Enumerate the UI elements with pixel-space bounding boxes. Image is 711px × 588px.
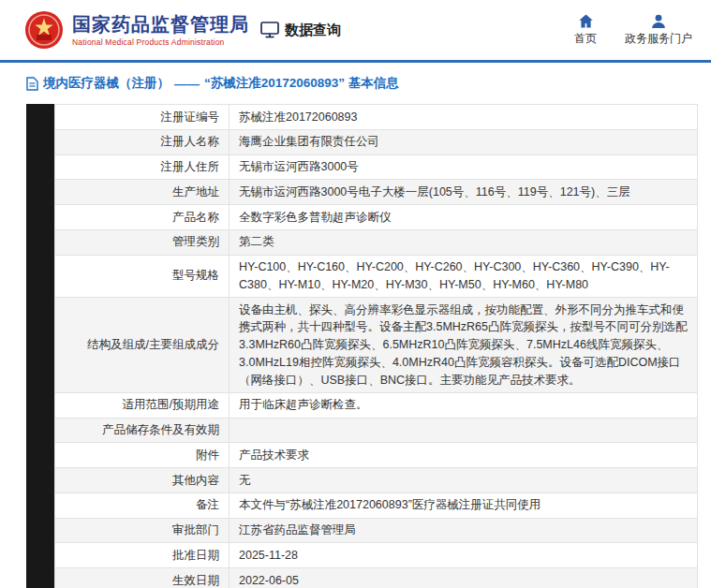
- table-row: 审批部门江苏省药品监督管理局: [55, 518, 698, 543]
- row-label: 型号规格: [55, 255, 230, 298]
- row-label: 批准日期: [55, 543, 230, 568]
- header-nav: 首页 政务服务门户: [574, 14, 700, 47]
- row-value: 全数字彩色多普勒超声诊断仪: [230, 205, 698, 230]
- row-value: HY-C100、HY-C160、HY-C200、HY-C260、HY-C300、…: [230, 255, 698, 298]
- table-row: 批准日期2025-11-28: [55, 543, 698, 568]
- breadcrumb-section[interactable]: 境内医疗器械（注册）: [43, 75, 170, 92]
- header: 国家药品监督管理局 National Medical Products Admi…: [0, 0, 711, 60]
- row-label: 其他内容: [55, 468, 230, 493]
- table-row: 其他内容无: [55, 468, 698, 493]
- row-value: 本文件与“苏械注准20172060893”医疗器械注册证共同使用: [230, 492, 698, 518]
- row-label: 管理类别: [55, 229, 230, 255]
- table-row: 生产地址无锡市运河西路3000号电子大楼一层(105号、116号、119号、12…: [55, 180, 698, 205]
- row-label: 审批部门: [55, 518, 230, 543]
- row-value: 2025-11-28: [230, 543, 698, 568]
- row-label: 注册人名称: [55, 129, 230, 154]
- monitor-icon: [260, 22, 279, 38]
- table-row: 产品名称全数字彩色多普勒超声诊断仪: [55, 205, 698, 230]
- table-row: 管理类别第二类: [55, 229, 698, 255]
- table-row: 型号规格HY-C100、HY-C160、HY-C200、HY-C260、HY-C…: [55, 255, 698, 298]
- breadcrumb-current: “苏械注准20172060893” 基本信息: [204, 75, 399, 92]
- row-label: 生效日期: [55, 568, 230, 588]
- table-row: 注册人名称海鹰企业集团有限责任公司: [55, 129, 698, 154]
- data-query-label: 数据查询: [285, 22, 341, 39]
- user-icon: [651, 14, 666, 28]
- row-value: 无: [230, 468, 698, 493]
- row-label: 注册人住所: [55, 154, 230, 180]
- row-label: 适用范围/预期用途: [55, 392, 230, 418]
- registration-info-table: 注册证编号苏械注准20172060893注册人名称海鹰企业集团有限责任公司注册人…: [54, 104, 698, 588]
- table-row: 结构及组成/主要组成成分设备由主机、探头、高分辨率彩色显示器组成，按功能配置、外…: [55, 298, 698, 393]
- table-row: 备注本文件与“苏械注准20172060893”医疗器械注册证共同使用: [55, 492, 698, 518]
- row-label: 结构及组成/主要组成成分: [55, 298, 230, 393]
- row-label: 注册证编号: [55, 105, 230, 130]
- table-panel: 注册证编号苏械注准20172060893注册人名称海鹰企业集团有限责任公司注册人…: [26, 104, 698, 588]
- info-table-body: 注册证编号苏械注准20172060893注册人名称海鹰企业集团有限责任公司注册人…: [55, 105, 698, 588]
- row-label: 产品名称: [55, 205, 230, 230]
- row-value: 苏械注准20172060893: [230, 105, 698, 130]
- document-icon: [26, 77, 38, 91]
- row-value: 无锡市运河西路3000号: [230, 154, 698, 180]
- row-label: 生产地址: [55, 180, 230, 205]
- nav-portal-label: 政务服务门户: [625, 31, 692, 47]
- row-value: 江苏省药品监督管理局: [230, 518, 698, 543]
- row-label: 附件: [55, 443, 230, 468]
- row-value: [230, 418, 698, 443]
- row-value: 设备由主机、探头、高分辨率彩色显示器组成，按功能配置、外形不同分为推车式和便携式…: [230, 298, 698, 393]
- agency-name-en: National Medical Products Administration: [72, 37, 249, 47]
- breadcrumb-dash: ——: [174, 77, 200, 91]
- row-value: 2022-06-05: [230, 568, 698, 588]
- home-icon: [578, 14, 594, 28]
- table-row: 注册人住所无锡市运河西路3000号: [55, 154, 698, 180]
- table-row: 适用范围/预期用途用于临床超声诊断检查。: [55, 392, 698, 418]
- nav-home[interactable]: 首页: [574, 14, 597, 47]
- row-value: 产品技术要求: [230, 443, 698, 468]
- data-query-button[interactable]: 数据查询: [260, 22, 341, 39]
- table-row: 注册证编号苏械注准20172060893: [55, 105, 698, 130]
- agency-title-block: 国家药品监督管理局 National Medical Products Admi…: [72, 14, 249, 47]
- row-value: 海鹰企业集团有限责任公司: [230, 129, 698, 154]
- table-row: 附件产品技术要求: [55, 443, 698, 468]
- breadcrumb: 境内医疗器械（注册） —— “苏械注准20172060893” 基本信息: [0, 63, 711, 102]
- row-value: 第二类: [230, 229, 698, 255]
- table-row: 产品储存条件及有效期: [55, 418, 698, 443]
- nav-portal[interactable]: 政务服务门户: [625, 14, 692, 47]
- table-row: 生效日期2022-06-05: [55, 568, 698, 588]
- row-value: 用于临床超声诊断检查。: [230, 392, 698, 418]
- nav-home-label: 首页: [574, 31, 597, 47]
- row-value: 无锡市运河西路3000号电子大楼一层(105号、116号、119号、121号)、…: [230, 180, 698, 205]
- nmpa-emblem-logo: [24, 10, 64, 50]
- row-label: 产品储存条件及有效期: [55, 418, 230, 443]
- row-label: 备注: [55, 492, 230, 518]
- agency-name-cn: 国家药品监督管理局: [72, 14, 249, 36]
